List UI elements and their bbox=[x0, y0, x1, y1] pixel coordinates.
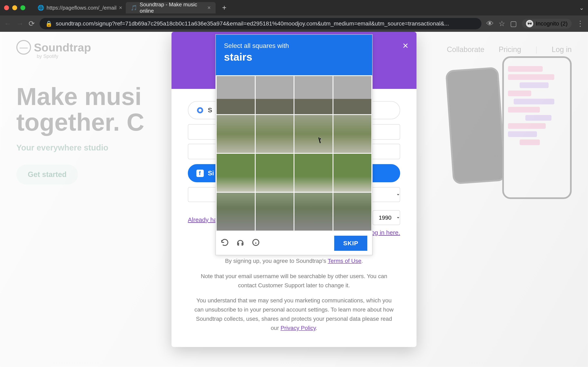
recaptcha-tile[interactable] bbox=[333, 193, 372, 231]
menu-icon[interactable]: ⋮ bbox=[577, 19, 584, 28]
address-bar[interactable]: 🔒 soundtrap.com/signup?ref=71db69a7c295a… bbox=[40, 18, 481, 29]
close-window-button[interactable] bbox=[4, 5, 9, 10]
recaptcha-tile[interactable] bbox=[217, 115, 255, 153]
recaptcha-skip-button[interactable]: SKIP bbox=[334, 236, 367, 251]
facebook-icon: f bbox=[196, 170, 204, 177]
recaptcha-tile[interactable] bbox=[333, 76, 372, 114]
window-controls bbox=[4, 5, 25, 10]
svg-text:f: f bbox=[199, 170, 201, 176]
browser-tab[interactable]: 🌐 https://pageflows.com/_/email × bbox=[33, 2, 122, 13]
lock-icon: 🔒 bbox=[45, 20, 52, 27]
recaptcha-tile[interactable] bbox=[256, 115, 294, 153]
legal-2: Note that your email username will be se… bbox=[192, 272, 396, 290]
panel-icon[interactable]: ▢ bbox=[510, 19, 517, 28]
recaptcha-tile[interactable] bbox=[294, 76, 333, 114]
no-tracking-icon[interactable]: 👁 bbox=[486, 19, 494, 28]
recaptcha-header: Select all squares with stairs bbox=[216, 35, 372, 75]
url-text: soundtrap.com/signup?ref=71db69a7c295a18… bbox=[56, 20, 449, 27]
recaptcha-footer: SKIP bbox=[216, 231, 372, 255]
url-bar: ← → ⟳ 🔒 soundtrap.com/signup?ref=71db69a… bbox=[0, 16, 588, 32]
privacy-link[interactable]: Privacy Policy bbox=[281, 325, 316, 331]
signup-facebook-label: Si bbox=[208, 169, 214, 177]
google-icon bbox=[196, 107, 204, 114]
close-tab-icon[interactable]: × bbox=[208, 4, 211, 11]
legal-text: By signing up, you agree to Soundtrap's … bbox=[172, 248, 416, 347]
already-have-account-link[interactable]: Already ha bbox=[188, 216, 217, 223]
page-viewport: — Soundtrap by Spotify Collaborate Prici… bbox=[0, 32, 588, 367]
recaptcha-reload-icon[interactable] bbox=[221, 238, 229, 248]
bookmark-icon[interactable]: ☆ bbox=[499, 19, 505, 28]
forward-button[interactable]: → bbox=[16, 19, 24, 28]
recaptcha-tile[interactable] bbox=[256, 76, 294, 114]
reload-button[interactable]: ⟳ bbox=[29, 19, 35, 28]
recaptcha-tile[interactable] bbox=[217, 154, 255, 192]
recaptcha-tile[interactable] bbox=[217, 193, 255, 231]
recaptcha-tile[interactable] bbox=[256, 193, 294, 231]
legal-3-suffix: . bbox=[316, 325, 317, 331]
incognito-badge[interactable]: 🕶 Incognito (2) bbox=[522, 19, 572, 29]
signup-google-label: S bbox=[208, 106, 212, 114]
year-select[interactable]: 1990 bbox=[373, 210, 400, 225]
maximize-window-button[interactable] bbox=[20, 5, 25, 10]
back-button[interactable]: ← bbox=[4, 19, 11, 28]
recaptcha-tile[interactable] bbox=[333, 115, 372, 153]
incognito-icon: 🕶 bbox=[526, 20, 533, 27]
recaptcha-audio-icon[interactable] bbox=[236, 238, 244, 248]
recaptcha-tile[interactable] bbox=[294, 115, 333, 153]
incognito-label: Incognito (2) bbox=[536, 20, 568, 27]
recaptcha-tile[interactable] bbox=[294, 154, 333, 192]
recaptcha-tile[interactable] bbox=[294, 193, 333, 231]
tab-title: https://pageflows.com/_/email bbox=[47, 5, 117, 11]
new-tab-button[interactable]: + bbox=[219, 3, 230, 12]
legal-1-suffix: . bbox=[361, 258, 363, 264]
close-tab-icon[interactable]: × bbox=[119, 4, 122, 11]
globe-icon: 🌐 bbox=[38, 5, 44, 11]
favicon-icon: 🎵 bbox=[131, 5, 137, 11]
tabs-overflow-icon[interactable]: ⌄ bbox=[579, 4, 584, 11]
recaptcha-tile[interactable] bbox=[217, 76, 255, 114]
svg-point-1 bbox=[199, 109, 202, 112]
recaptcha-instruction: Select all squares with bbox=[224, 42, 364, 50]
legal-1-prefix: By signing up, you agree to Soundtrap's bbox=[225, 258, 328, 264]
browser-chrome: 🌐 https://pageflows.com/_/email × 🎵 Soun… bbox=[0, 0, 588, 32]
tab-title: Soundtrap - Make music online bbox=[140, 1, 205, 14]
recaptcha-grid bbox=[216, 75, 372, 231]
minimize-window-button[interactable] bbox=[12, 5, 17, 10]
recaptcha-tile[interactable] bbox=[333, 154, 372, 192]
modal-close-button[interactable]: × bbox=[403, 40, 408, 51]
recaptcha-challenge: Select all squares with stairs bbox=[215, 34, 373, 255]
tab-bar: 🌐 https://pageflows.com/_/email × 🎵 Soun… bbox=[0, 0, 588, 16]
browser-tab-active[interactable]: 🎵 Soundtrap - Make music online × bbox=[126, 2, 216, 13]
recaptcha-target: stairs bbox=[224, 51, 364, 63]
recaptcha-info-icon[interactable] bbox=[252, 238, 260, 248]
terms-link[interactable]: Terms of Use bbox=[328, 258, 361, 264]
recaptcha-tile[interactable] bbox=[256, 154, 294, 192]
